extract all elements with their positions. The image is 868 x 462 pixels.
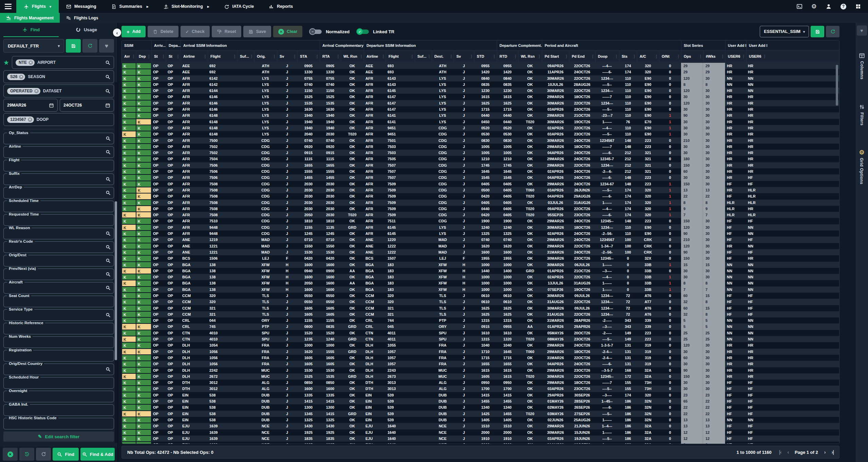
grid-cell[interactable]: 22 bbox=[681, 193, 703, 199]
grid-cell[interactable]: K bbox=[136, 417, 151, 423]
grid-cell[interactable]: K bbox=[122, 125, 136, 131]
grid-cell[interactable]: K bbox=[122, 355, 136, 361]
grid-cell[interactable] bbox=[237, 81, 254, 88]
column-header-flight[interactable]: Flight bbox=[386, 51, 415, 62]
grid-cell[interactable]: 4011 bbox=[386, 336, 415, 342]
grid-cell[interactable]: 32A bbox=[637, 367, 659, 373]
grid-cell[interactable]: 19OCT26 bbox=[569, 287, 595, 293]
grid-row[interactable]: KKOPOPEIN538DUBJ13351335OKEIN539DUBJ1415… bbox=[122, 392, 839, 398]
grid-cell[interactable]: AFR bbox=[181, 88, 208, 94]
grid-cell[interactable]: HR bbox=[746, 206, 767, 212]
grid-cell[interactable]: -2-4--- bbox=[595, 349, 619, 355]
grid-cell[interactable]: J bbox=[277, 311, 297, 317]
grid-cell[interactable]: OK bbox=[341, 380, 364, 386]
grid-row[interactable]: KKOPOPDLH2672MUCJ15251535GRDDLH2673MUCJ1… bbox=[122, 373, 839, 380]
grid-cell[interactable]: 1 bbox=[659, 193, 681, 199]
grid-cell[interactable]: E90 bbox=[637, 100, 659, 106]
grid-cell[interactable]: K bbox=[122, 349, 136, 355]
grid-cell[interactable] bbox=[415, 181, 432, 187]
grid-cell[interactable]: OK bbox=[341, 237, 364, 243]
grid-cell[interactable]: ORY bbox=[254, 317, 277, 324]
grid-row[interactable]: KKOPOPEIN538DUBJ13251325OKEIN539DUBJ1405… bbox=[122, 417, 839, 423]
grid-cell[interactable]: OP bbox=[166, 193, 181, 199]
grid-cell[interactable]: 1940 bbox=[297, 125, 320, 131]
grid-cell[interactable]: J bbox=[454, 423, 474, 429]
save-filter-button[interactable] bbox=[66, 39, 81, 53]
grid-cell[interactable]: OK bbox=[518, 429, 542, 436]
grid-cell[interactable] bbox=[237, 63, 254, 69]
grid-cell[interactable]: OP bbox=[151, 162, 166, 168]
grid-cell[interactable] bbox=[415, 305, 432, 311]
grid-cell[interactable]: K bbox=[136, 181, 151, 187]
grid-cell[interactable] bbox=[237, 311, 254, 317]
grid-cell[interactable]: K bbox=[136, 373, 151, 380]
grid-cell[interactable]: OK bbox=[341, 386, 364, 392]
grid-cell[interactable]: -----6- bbox=[595, 69, 619, 75]
grid-cell[interactable]: CDG bbox=[254, 224, 277, 230]
grid-row[interactable]: KKOPOPAFR7506CDGJ16551655OKAFR7507CDGJ17… bbox=[122, 162, 839, 168]
grid-cell[interactable]: 186 bbox=[619, 436, 637, 442]
grid-cell[interactable] bbox=[415, 230, 432, 237]
grid-cell[interactable]: 745 bbox=[208, 324, 237, 330]
grid-cell[interactable]: EIN bbox=[181, 404, 208, 410]
grid-cell[interactable]: HR bbox=[746, 112, 767, 118]
grid-cell[interactable]: 15JUN26 bbox=[569, 429, 595, 436]
grid-cell[interactable]: BCS bbox=[364, 255, 386, 261]
grid-cell[interactable]: FRA bbox=[254, 349, 277, 355]
grid-cell[interactable]: OK bbox=[341, 429, 364, 436]
grid-cell[interactable]: CDG bbox=[254, 187, 277, 193]
grid-cell[interactable] bbox=[415, 262, 432, 268]
grid-cell[interactable]: 186 bbox=[619, 423, 637, 429]
grid-cell[interactable]: 29APR26 bbox=[569, 324, 595, 330]
grid-cell[interactable]: XFW bbox=[254, 274, 277, 280]
grid-cell[interactable]: 1054 bbox=[208, 342, 237, 348]
reset-button[interactable]: Reset bbox=[212, 26, 241, 37]
grid-cell[interactable]: 1400 bbox=[497, 268, 518, 274]
grid-cell[interactable]: OP bbox=[166, 156, 181, 162]
grid-cell[interactable]: 223 bbox=[637, 181, 659, 187]
grid-cell[interactable]: SPU bbox=[254, 330, 277, 336]
grid-cell[interactable]: 1600 bbox=[320, 287, 341, 293]
grid-cell[interactable]: K bbox=[122, 112, 136, 118]
grid-cell[interactable]: 22 bbox=[681, 411, 703, 417]
grid-cell[interactable]: EJU bbox=[181, 436, 208, 442]
grid-cell[interactable]: 223 bbox=[637, 336, 659, 342]
grid-cell[interactable]: CDG bbox=[432, 125, 454, 131]
grid-row[interactable]: KKOPOPAFR7500CDGJ07400740OKAFR7501CDGJ08… bbox=[122, 137, 839, 144]
grid-cell[interactable]: 1639 bbox=[208, 429, 237, 436]
grid-cell[interactable]: J bbox=[454, 100, 474, 106]
grid-cell[interactable] bbox=[237, 442, 254, 444]
grid-cell[interactable]: 1055 bbox=[386, 342, 415, 348]
grid-cell[interactable]: 223 bbox=[637, 144, 659, 150]
grid-cell[interactable]: 2050 bbox=[297, 212, 320, 218]
grid-cell[interactable]: GRD bbox=[341, 411, 364, 417]
grid-cell[interactable]: 1555 bbox=[297, 168, 320, 174]
grid-cell[interactable]: CDG bbox=[432, 181, 454, 187]
grid-cell[interactable]: 29MAR26 bbox=[542, 237, 569, 243]
grid-cell[interactable]: 1234--- bbox=[595, 100, 619, 106]
grid-cell[interactable]: K bbox=[136, 255, 151, 261]
grid-cell[interactable]: 28SEP26 bbox=[569, 398, 595, 404]
grid-cell[interactable]: 1639 bbox=[208, 436, 237, 442]
grid-cell[interactable]: 0955 bbox=[497, 324, 518, 330]
grid-cell[interactable]: 2000 bbox=[474, 429, 497, 436]
grid-cell[interactable]: OK bbox=[341, 94, 364, 100]
grid-cell[interactable]: 1 bbox=[659, 280, 681, 286]
grid-cell[interactable] bbox=[415, 193, 432, 199]
grid-cell[interactable]: 1605 bbox=[320, 361, 341, 367]
grid-cell[interactable]: 20OCT26 bbox=[569, 330, 595, 336]
grid-cell[interactable]: K bbox=[136, 94, 151, 100]
grid-cell[interactable]: 1155 bbox=[297, 224, 320, 230]
grid-cell[interactable]: 1315 bbox=[474, 336, 497, 342]
grid-cell[interactable]: AFR bbox=[181, 230, 208, 237]
grid-cell[interactable]: 1605 bbox=[297, 355, 320, 361]
grid-cell[interactable]: 30MAR26 bbox=[542, 100, 569, 106]
grid-cell[interactable]: 692 bbox=[208, 69, 237, 75]
grid-cell[interactable]: 7510 bbox=[208, 218, 237, 224]
grid-cell[interactable] bbox=[415, 206, 432, 212]
grid-cell[interactable]: 1057 bbox=[386, 349, 415, 355]
grid-cell[interactable]: J bbox=[454, 305, 474, 311]
grid-cell[interactable]: 321 bbox=[637, 150, 659, 156]
grid-cell[interactable] bbox=[415, 404, 432, 410]
grid-cell[interactable]: 1234567 bbox=[595, 137, 619, 144]
